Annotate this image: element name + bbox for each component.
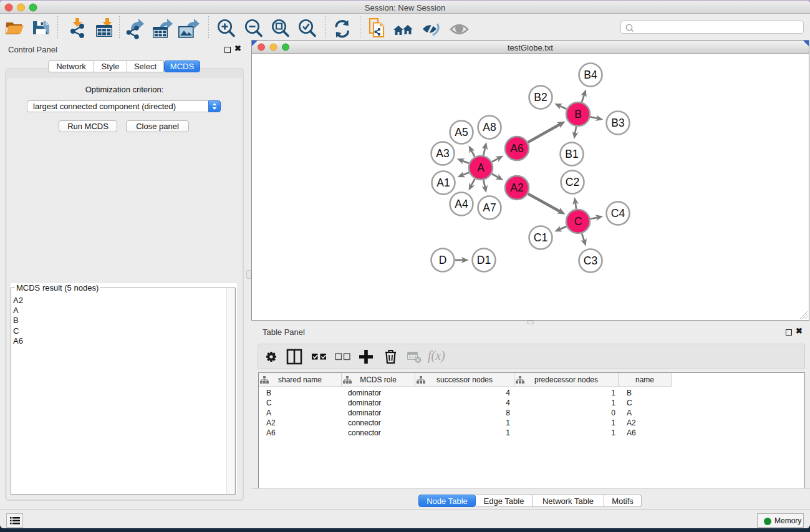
svg-text:B1: B1 [565, 148, 578, 160]
svg-text:A8: A8 [483, 121, 496, 133]
svg-text:C1: C1 [534, 231, 547, 244]
svg-text:C2: C2 [566, 176, 579, 188]
svg-text:A7: A7 [483, 201, 496, 214]
svg-text:B4: B4 [584, 69, 597, 81]
svg-text:D1: D1 [477, 254, 491, 266]
svg-text:B: B [574, 108, 582, 120]
svg-text:A1: A1 [436, 177, 450, 189]
svg-text:D: D [439, 254, 447, 266]
svg-text:A4: A4 [455, 198, 468, 210]
svg-text:A6: A6 [510, 142, 523, 155]
svg-text:C4: C4 [611, 207, 625, 220]
svg-text:C3: C3 [584, 254, 597, 267]
svg-text:B3: B3 [611, 117, 624, 129]
svg-text:A2: A2 [510, 181, 523, 194]
svg-text:A: A [477, 162, 485, 174]
svg-text:A5: A5 [455, 126, 468, 138]
svg-text:A3: A3 [436, 147, 449, 160]
svg-text:B2: B2 [534, 91, 547, 104]
svg-text:C: C [574, 215, 582, 228]
